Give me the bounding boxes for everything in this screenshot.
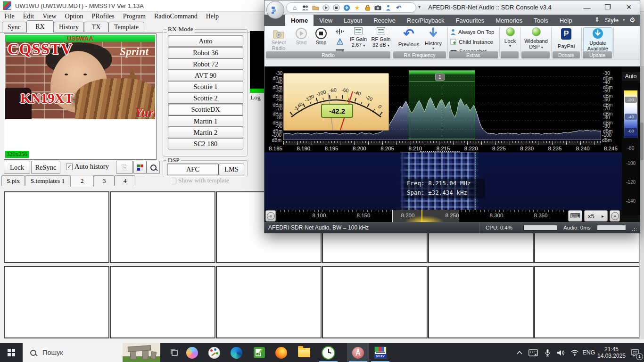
open-folder-icon[interactable] — [312, 4, 319, 11]
tab-stemplates2[interactable]: 2 — [70, 175, 94, 187]
tab-template[interactable]: Template — [108, 22, 144, 33]
tab-stemplates4[interactable]: 4 — [115, 175, 135, 186]
child-instance-button[interactable]: Child Instance — [450, 39, 493, 45]
style-updown-icon[interactable]: ⇕ — [594, 16, 600, 23]
mode-robot72[interactable]: Robot 72 — [168, 58, 243, 70]
settings-gear-icon[interactable]: ⚙ — [629, 16, 636, 24]
nav-left-button[interactable]: « — [265, 210, 276, 222]
if-gain-button[interactable]: IF Gain 2.67 ▾ — [347, 27, 369, 48]
template-slot[interactable] — [110, 191, 215, 263]
template-slot[interactable] — [110, 266, 215, 338]
lms-button[interactable]: LMS — [219, 164, 244, 175]
taskbar-sdr-console[interactable] — [347, 343, 369, 362]
spectrum-plot[interactable]: 1 -140 -120 -100 -80 -60 — [283, 69, 601, 140]
style-label[interactable]: Style — [605, 16, 619, 24]
afc-button[interactable]: AFC — [167, 164, 219, 175]
select-radio-button[interactable]: Select Radio — [267, 27, 290, 51]
taskbar-edge[interactable] — [225, 343, 248, 362]
menu-profiles[interactable]: PRofiles — [88, 13, 119, 20]
close-button[interactable]: × — [618, 0, 640, 14]
taskbar-firefox[interactable] — [270, 343, 292, 362]
person-icon[interactable] — [385, 4, 392, 11]
taskbar-mmsstv[interactable]: SSTV — [369, 343, 391, 362]
ribbon-tab-help[interactable]: Help — [554, 15, 578, 26]
always-on-top-button[interactable]: Always On Top — [450, 29, 495, 35]
hidden-icons-chevron[interactable] — [514, 343, 525, 362]
start-button[interactable] — [0, 343, 23, 362]
tab-tx[interactable]: TX — [84, 22, 108, 33]
language-indicator[interactable]: ENG — [581, 343, 597, 362]
mode-scottiedx[interactable]: ScottieDX — [168, 104, 243, 115]
show-with-template-checkbox[interactable] — [170, 178, 176, 184]
network-icon[interactable] — [569, 343, 581, 362]
scrollbar-thumb[interactable] — [640, 123, 644, 160]
home-icon[interactable]: ⌂ — [291, 4, 298, 11]
tab-spix[interactable]: S.pix — [1, 175, 25, 186]
stop-icon[interactable] — [333, 4, 340, 11]
template-slot[interactable] — [322, 266, 428, 338]
history-button[interactable]: History ▾ — [422, 27, 445, 50]
template-slot[interactable] — [216, 266, 322, 338]
resync-button[interactable]: ReSync — [31, 161, 60, 174]
auto-history-checkbox[interactable]: ✓ — [66, 164, 73, 170]
search-highlight-image[interactable] — [123, 343, 160, 362]
rf-gain-button[interactable]: RF Gain 32 dB ▾ — [370, 27, 392, 48]
ribbon-tab-recplayback[interactable]: Rec/Playback — [401, 15, 450, 26]
mode-auto[interactable]: Auto — [168, 35, 243, 47]
ribbon-tab-layout[interactable]: Layout — [338, 15, 368, 26]
mode-scottie2[interactable]: Scottie 2 — [168, 92, 243, 104]
rx-image-panel[interactable]: US5WAA CQSSTV Sprint KN19XT Yuri 320x256 — [4, 33, 157, 160]
menu-option[interactable]: Option — [61, 13, 88, 20]
mode-scottie1[interactable]: Scottie 1 — [168, 81, 243, 92]
menu-radiocommand[interactable]: RadioCommand — [150, 13, 202, 20]
picture-button[interactable] — [133, 161, 147, 174]
ribbon-tab-tools[interactable]: Tools — [528, 15, 553, 26]
speaker-icon[interactable] — [554, 343, 568, 362]
keyboard-entry-button[interactable]: ⌨ — [568, 210, 582, 222]
tab-stemplates3[interactable]: 3 — [94, 175, 115, 186]
filter-icon[interactable] — [336, 38, 344, 47]
template-slot[interactable] — [428, 266, 534, 338]
pane-splitter-handle[interactable] — [420, 151, 460, 152]
band-overview-scale[interactable]: 8.100 8.150 8.200 8.250 8.300 8.350 — [277, 210, 567, 222]
tab-sync[interactable]: Sync — [2, 22, 26, 33]
resize-grip[interactable] — [632, 227, 636, 231]
waterfall[interactable]: Freq: 8.215.04 MHz Span: ±32.434 kHz — [264, 152, 640, 210]
mode-martin1[interactable]: Martin 1 — [168, 115, 243, 127]
taskbar-search-box[interactable]: Пошук — [23, 343, 160, 362]
ribbon-tab-receive[interactable]: Receive — [368, 15, 401, 26]
notification-center-button[interactable]: 1 — [626, 343, 644, 362]
update-available-button[interactable]: Update Available — [583, 27, 612, 55]
lock-rx-button[interactable]: Lock ▾ — [501, 27, 519, 48]
zoom-x5-button[interactable]: x5 ▸ — [584, 210, 608, 222]
microphone-icon[interactable] — [541, 343, 553, 362]
favourite-star-icon[interactable]: ★ — [354, 4, 361, 11]
maximize-button[interactable]: ❐ — [597, 0, 618, 14]
previous-button[interactable]: ↶ Previous — [396, 27, 421, 47]
copy-pages-button[interactable]: ⎘ — [116, 161, 133, 174]
tab-stemplates1[interactable]: S.templates 1 — [25, 175, 70, 186]
template-slot[interactable] — [4, 191, 109, 263]
mode-robot36[interactable]: Robot 36 — [168, 47, 243, 58]
tab-rx[interactable]: RX — [26, 20, 54, 33]
download-icon[interactable] — [343, 4, 350, 11]
lock-button[interactable]: Lock — [4, 161, 30, 174]
ribbon-tab-memories[interactable]: Memories — [490, 15, 528, 26]
menu-view[interactable]: View — [38, 13, 60, 20]
ribbon-tab-view[interactable]: View — [314, 15, 338, 26]
menu-program[interactable]: Program — [119, 13, 150, 20]
magnifier-button[interactable] — [147, 161, 160, 174]
app-menu-orb[interactable] — [266, 1, 284, 19]
ribbon-tab-favourites[interactable]: Favourites — [450, 15, 490, 26]
ribbon-tab-home[interactable]: Home — [285, 15, 314, 26]
users-icon[interactable] — [302, 4, 309, 11]
undo-icon[interactable]: ↶ — [395, 4, 402, 11]
rx-channel-marker[interactable]: 1 — [435, 74, 445, 81]
minimize-button[interactable]: — — [577, 0, 597, 14]
stop-button[interactable]: Stop — [312, 27, 330, 45]
paypal-button[interactable]: P PayPal — [553, 28, 579, 49]
clock-indicator[interactable]: 21:45 14.03.2025 — [597, 343, 626, 362]
wideband-dsp-button[interactable]: Wideband DSP ▾ — [522, 27, 550, 49]
menu-file[interactable]: File — [0, 13, 19, 20]
menu-edit[interactable]: Edit — [19, 13, 38, 20]
